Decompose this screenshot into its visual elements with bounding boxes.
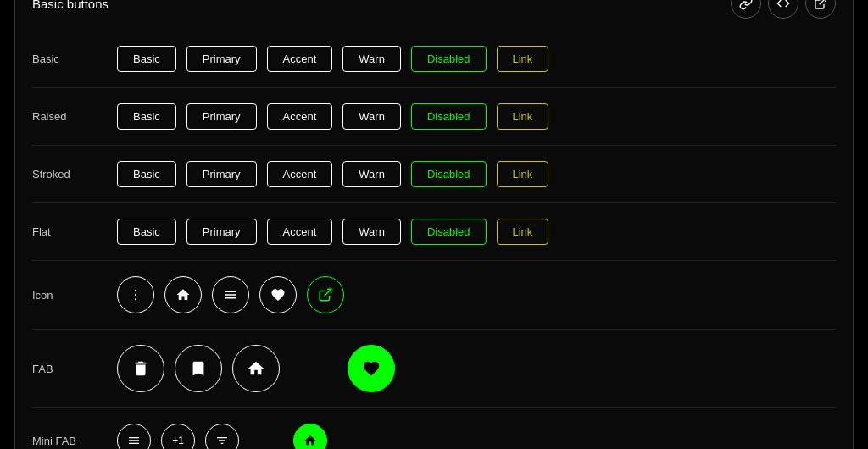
- svg-point-2: [135, 294, 136, 296]
- link-icon-button[interactable]: [731, 0, 761, 19]
- mini-menu-icon: [127, 434, 141, 447]
- icon-menu-button[interactable]: [212, 276, 249, 313]
- basic-accent-button[interactable]: Accent: [267, 46, 333, 72]
- mini-home-filled-icon: [303, 434, 317, 447]
- stroked-basic-button[interactable]: Basic: [117, 161, 176, 187]
- heart-icon: [270, 287, 286, 302]
- raised-accent-button[interactable]: Accent: [267, 103, 333, 130]
- flat-primary-button[interactable]: Primary: [186, 219, 257, 245]
- fab-home-button[interactable]: [232, 345, 280, 392]
- raised-link-button[interactable]: Link: [497, 103, 549, 130]
- raised-disabled-button[interactable]: Disabled: [411, 103, 487, 130]
- header: Basic buttons: [15, 0, 853, 30]
- icon-home-button[interactable]: [164, 276, 202, 313]
- mini-fab-plus-one-button[interactable]: +1: [161, 424, 195, 449]
- icon-dots-button[interactable]: [117, 276, 154, 313]
- raised-warn-button[interactable]: Warn: [342, 103, 401, 130]
- fab-bookmark-button[interactable]: [175, 345, 222, 392]
- icon-row: Icon: [32, 261, 836, 330]
- home-icon: [175, 287, 191, 302]
- basic-row: Basic Basic Primary Accent Warn Disabled…: [32, 30, 836, 88]
- svg-point-3: [135, 298, 136, 300]
- trash-icon: [131, 359, 150, 378]
- flat-buttons-group: Basic Primary Accent Warn Disabled Link: [117, 219, 548, 245]
- main-container: Basic buttons: [14, 0, 854, 449]
- link-icon: [739, 0, 753, 10]
- icon-heart-button[interactable]: [259, 276, 297, 313]
- code-icon-button[interactable]: [768, 0, 798, 19]
- external-link-icon: [814, 0, 827, 10]
- heart-filled-icon: [362, 359, 381, 378]
- stroked-warn-button[interactable]: Warn: [342, 161, 401, 187]
- stroked-row: Stroked Basic Primary Accent Warn Disabl…: [32, 146, 836, 203]
- svg-point-1: [135, 290, 136, 291]
- basic-buttons-group: Basic Primary Accent Warn Disabled Link: [117, 46, 548, 72]
- stroked-link-button[interactable]: Link: [497, 161, 549, 187]
- stroked-primary-button[interactable]: Primary: [186, 161, 257, 187]
- basic-basic-button[interactable]: Basic: [117, 46, 176, 72]
- fab-home-icon: [247, 359, 265, 378]
- raised-buttons-group: Basic Primary Accent Warn Disabled Link: [117, 103, 548, 130]
- flat-warn-button[interactable]: Warn: [342, 219, 401, 245]
- svg-line-0: [820, 0, 826, 4]
- mini-fab-row: Mini FAB +1: [32, 408, 836, 449]
- raised-row: Raised Basic Primary Accent Warn Disable…: [32, 88, 836, 146]
- content: Basic Basic Primary Accent Warn Disabled…: [15, 30, 853, 449]
- stroked-disabled-button[interactable]: Disabled: [411, 161, 487, 187]
- icon-buttons-group: [117, 276, 344, 313]
- mini-fab-buttons-group: +1: [117, 424, 327, 449]
- flat-basic-button[interactable]: Basic: [117, 219, 176, 245]
- icon-external-link-button[interactable]: [307, 276, 344, 313]
- raised-primary-button[interactable]: Primary: [186, 103, 257, 130]
- mini-fab-menu-button[interactable]: [117, 424, 151, 449]
- mini-fab-filter-button[interactable]: [205, 424, 239, 449]
- basic-link-button[interactable]: Link: [497, 46, 549, 72]
- flat-disabled-button[interactable]: Disabled: [411, 219, 487, 245]
- fab-buttons-group: [117, 345, 395, 392]
- flat-link-button[interactable]: Link: [497, 219, 549, 245]
- fab-label: FAB: [32, 363, 117, 375]
- flat-row: Flat Basic Primary Accent Warn Disabled …: [32, 203, 836, 261]
- flat-accent-button[interactable]: Accent: [267, 219, 333, 245]
- icon-label: Icon: [32, 289, 117, 302]
- external-link-green-icon: [318, 287, 333, 302]
- svg-line-4: [325, 289, 331, 296]
- page-title: Basic buttons: [32, 0, 108, 11]
- raised-label: Raised: [32, 110, 117, 123]
- basic-label: Basic: [32, 53, 117, 65]
- filter-icon: [215, 434, 229, 447]
- dots-vertical-icon: [128, 287, 143, 302]
- code-icon: [776, 0, 790, 10]
- header-icons: [731, 0, 836, 19]
- fab-heart-filled-button[interactable]: [348, 345, 395, 392]
- basic-disabled-button[interactable]: Disabled: [411, 46, 487, 72]
- mini-fab-label: Mini FAB: [32, 435, 117, 447]
- basic-warn-button[interactable]: Warn: [342, 46, 401, 72]
- stroked-buttons-group: Basic Primary Accent Warn Disabled Link: [117, 161, 548, 187]
- external-link-icon-button[interactable]: [805, 0, 836, 19]
- basic-primary-button[interactable]: Primary: [186, 46, 257, 72]
- flat-label: Flat: [32, 225, 117, 238]
- stroked-accent-button[interactable]: Accent: [267, 161, 333, 187]
- raised-basic-button[interactable]: Basic: [117, 103, 176, 130]
- fab-row: FAB: [32, 330, 836, 408]
- fab-trash-button[interactable]: [117, 345, 164, 392]
- mini-fab-home-filled-button[interactable]: [293, 424, 327, 449]
- bookmark-icon: [189, 359, 208, 378]
- stroked-label: Stroked: [32, 168, 117, 180]
- plus-one-label: +1: [172, 435, 184, 446]
- menu-icon: [223, 287, 238, 302]
